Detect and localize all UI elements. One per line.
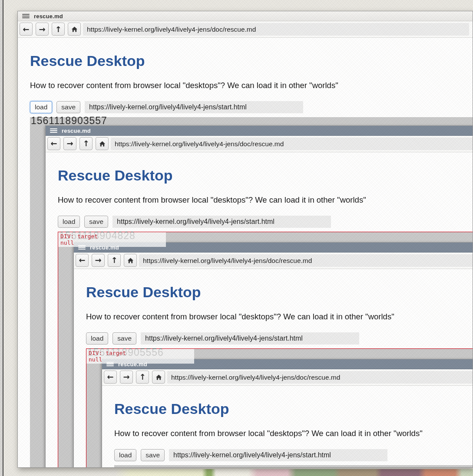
forward-button[interactable]: → — [36, 23, 49, 36]
rescue-controls-row: load save https://lively-kernel.org/live… — [58, 216, 473, 228]
menu-icon[interactable] — [22, 14, 30, 18]
window-title: rescue.md — [34, 13, 63, 20]
intro-paragraph: How to recover content from browser loca… — [58, 194, 473, 205]
up-icon: ↑ — [83, 139, 89, 148]
load-button: load — [58, 216, 80, 228]
screenshot-window-level-4: rescue.md ← → ↑ https://lively-kernel.or… — [102, 359, 473, 468]
forward-icon: → — [95, 256, 101, 265]
up-icon: ↑ — [55, 25, 61, 34]
address-input: https://lively-kernel.org/lively4/lively… — [167, 371, 473, 384]
load-button: load — [86, 332, 108, 345]
rescue-controls-row: load save — [30, 101, 473, 113]
page-title: Rescue Desktop — [30, 52, 473, 70]
back-icon: ← — [50, 139, 57, 148]
screen-left-edge — [0, 0, 3, 476]
navigation-toolbar: ← → ↑ https://lively-kernel.org/lively4/… — [102, 369, 473, 386]
navigation-toolbar: ← → ↑ https://lively-kernel.org/lively4/… — [74, 253, 473, 269]
up-button: ↑ — [136, 371, 149, 384]
forward-icon: → — [39, 25, 45, 34]
home-button — [124, 254, 137, 267]
back-button[interactable]: ← — [20, 23, 33, 36]
save-button: save — [112, 332, 136, 345]
snapshot-preview-2: 1561118904828 DIV: target null rescue.md — [58, 232, 473, 468]
inspector-null-line: null — [89, 356, 192, 363]
start-url-input: https://lively-kernel.org/lively4/lively… — [169, 449, 387, 461]
document-content: Rescue Desktop How to recover content fr… — [18, 37, 473, 467]
save-button: save — [141, 449, 165, 461]
snapshot-timestamp: 1561118903557 — [31, 116, 107, 125]
element-inspector-tooltip: DIV: target null — [86, 349, 194, 364]
address-input: https://lively-kernel.org/lively4/lively… — [139, 254, 473, 267]
start-url-input: https://lively-kernel.org/lively4/lively… — [112, 216, 331, 228]
window-title: rescue.md — [62, 128, 91, 134]
up-icon: ↑ — [139, 372, 146, 381]
home-button — [96, 137, 109, 150]
page-title: Rescue Desktop — [114, 400, 473, 418]
back-icon: ← — [23, 25, 29, 34]
start-url-input: https://lively-kernel.org/lively4/lively… — [141, 332, 359, 345]
snapshot-preview-4 — [114, 465, 473, 468]
load-button: load — [114, 449, 136, 461]
home-icon — [127, 257, 134, 264]
home-button — [152, 371, 165, 384]
forward-button: → — [92, 254, 105, 267]
home-icon — [155, 374, 162, 381]
rescue-controls-row: load save https://lively-kernel.org/live… — [114, 449, 473, 461]
window-titlebar: rescue.md — [18, 11, 473, 21]
save-button: save — [84, 216, 108, 228]
document-content: Rescue Desktop How to recover content fr… — [102, 385, 473, 468]
screenshot-window-level-2: rescue.md ← → ↑ https://lively-kernel.or… — [45, 125, 473, 468]
element-inspector-tooltip: DIV: target null — [58, 232, 166, 247]
document-content: Rescue Desktop How to recover content fr… — [74, 269, 473, 468]
document-content: Rescue Desktop How to recover content fr… — [46, 152, 473, 468]
up-icon: ↑ — [111, 256, 117, 265]
inspector-null-line: null — [60, 240, 164, 246]
intro-paragraph: How to recover content from browser loca… — [30, 80, 473, 91]
back-button: ← — [47, 137, 60, 150]
navigation-toolbar: ← → ↑ https://lively-kernel.org/lively4/… — [46, 136, 473, 152]
screenshot-window-level-3: rescue.md ← → ↑ https://lively-kernel.or… — [73, 242, 473, 468]
save-button[interactable]: save — [56, 101, 80, 113]
up-button[interactable]: ↑ — [52, 23, 65, 36]
menu-icon — [50, 128, 57, 133]
window-rescue-md: rescue.md ← → ↑ Rescue Desktop How to re… — [17, 11, 473, 468]
forward-button: → — [63, 137, 76, 150]
window-titlebar: rescue.md — [46, 126, 473, 136]
up-button: ↑ — [79, 137, 93, 150]
back-button: ← — [104, 371, 117, 384]
back-button: ← — [76, 254, 89, 267]
forward-icon: → — [66, 139, 73, 148]
back-icon: ← — [107, 372, 113, 381]
intro-paragraph: How to recover content from browser loca… — [114, 428, 473, 439]
rescue-controls-row: load save https://lively-kernel.org/live… — [86, 332, 473, 345]
back-icon: ← — [79, 256, 85, 265]
address-input: https://lively-kernel.org/lively4/lively… — [111, 138, 473, 150]
up-button: ↑ — [108, 254, 121, 267]
forward-button: → — [120, 371, 133, 384]
inspector-target-line: DIV: target — [89, 350, 192, 356]
load-button[interactable]: load — [30, 101, 52, 113]
snapshot-preview-3: 1561118905556 DIV: target null — [86, 348, 473, 468]
home-button[interactable] — [68, 23, 81, 36]
snapshot-preview-1: 1561118903557 rescue.md ← → ↑ https://li… — [30, 117, 473, 468]
intro-paragraph: How to recover content from browser loca… — [86, 311, 473, 322]
page-title: Rescue Desktop — [86, 283, 473, 301]
navigation-toolbar: ← → ↑ — [18, 21, 473, 38]
home-icon — [99, 141, 106, 147]
address-input[interactable] — [83, 23, 469, 36]
home-icon — [71, 26, 78, 33]
forward-icon: → — [123, 372, 129, 381]
desktop-wallpaper-strip — [0, 469, 473, 476]
inspector-target-line: DIV: target — [60, 233, 164, 240]
page-title: Rescue Desktop — [58, 166, 473, 184]
start-url-input[interactable] — [85, 101, 303, 113]
